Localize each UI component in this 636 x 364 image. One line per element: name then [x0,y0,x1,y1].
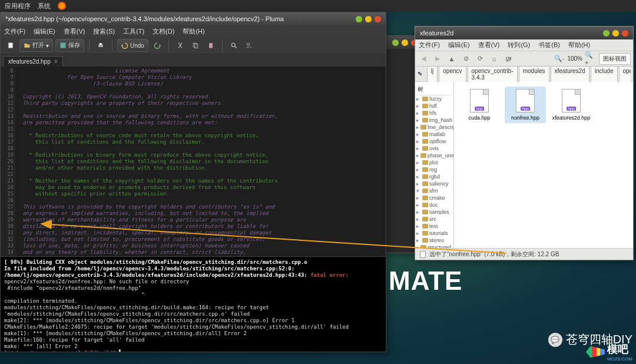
up-icon[interactable]: ▲ [446,53,458,65]
menu-system[interactable]: 系统 [38,2,51,11]
tree-item[interactable]: ▸stereo [416,237,452,244]
sidebar-tree[interactable]: 树 ▸fuzzy▸hdf▸hfs▸img_hash▸line_descripto… [415,82,454,248]
menu-edit[interactable]: 编辑(E) [448,41,470,49]
view-mode-selector[interactable]: 图标视图 [599,53,631,65]
minimize-icon[interactable] [392,39,399,46]
menu-file[interactable]: 文件(F) [419,41,440,49]
terminal[interactable]: [ 98%] Building CXX object modules/stitc… [0,256,386,352]
maximize-icon[interactable] [612,30,619,37]
save-button[interactable]: 保存 [55,39,84,52]
tree-item[interactable]: ▸fuzzy [416,95,452,102]
back-icon[interactable]: ◀ [418,53,429,65]
svg-point-7 [231,43,235,47]
menu-view[interactable]: 查看(V) [478,41,500,49]
tree-item[interactable]: ▸saliency [416,180,452,187]
tree-item[interactable]: ▸tutorials [416,230,452,237]
menu-search[interactable]: 搜索(S) [93,27,115,36]
tree-item[interactable]: ▸phase_unwrapping [416,152,452,159]
maximize-icon[interactable] [402,39,408,46]
file-tab[interactable]: xfeatures2d.hpp × [3,56,63,67]
svg-rect-6 [209,43,213,48]
find-replace-icon[interactable] [243,39,256,52]
parrot-icon [586,346,605,358]
pluma-tabstrip: xfeatures2d.hpp × [1,54,386,67]
find-icon[interactable] [227,39,240,52]
breadcrumb-segment[interactable]: opencv_contrib-3.4.3 [468,66,518,82]
undo-button[interactable]: Undo [117,39,148,52]
zoom-level: 100% [567,55,582,62]
close-icon[interactable] [622,30,628,37]
mate-desktop-label: MATE [389,266,462,296]
svg-rect-10 [420,251,426,257]
brand-watermark: 模吧 MOZ8.COM [586,342,632,362]
path-edit-icon[interactable]: ✎ [418,71,426,77]
pluma-titlebar[interactable]: *xfeatures2d.hpp (~/opencv/opencv_contri… [1,12,386,25]
menu-applications[interactable]: 应用程序 [5,2,31,11]
zoom-in-icon[interactable]: 🔍+ [585,53,597,65]
file-item[interactable]: hppnonfree.hpp [505,87,546,123]
tree-item[interactable]: ▸test [416,223,452,230]
tree-item[interactable]: ▸ovis [416,145,452,152]
tree-item[interactable]: ▸hfs [416,110,452,117]
menu-help[interactable]: 帮助(H) [568,41,590,49]
zoom-out-icon[interactable]: 🔍- [553,53,565,65]
tree-item[interactable]: ▸matlab [416,131,452,138]
minimize-icon[interactable] [603,30,610,37]
tree-item[interactable]: ▸hdf [416,102,452,110]
tree-item[interactable]: ▸rgbd [416,173,452,180]
svg-rect-3 [100,43,102,45]
tree-item[interactable]: ▸doc [416,201,452,209]
forward-icon[interactable]: ▶ [432,53,443,65]
svg-point-9 [247,43,250,46]
firefox-icon[interactable] [58,2,66,10]
caja-menubar: 文件(F) 编辑(E) 查看(V) 转到(G) 书签(B) 帮助(H) [415,39,633,51]
home-icon[interactable]: ⌂ [488,53,500,65]
new-file-icon[interactable] [4,39,17,52]
cut-icon[interactable] [174,39,187,52]
close-icon[interactable] [375,16,381,22]
menu-bookmark[interactable]: 书签(B) [538,41,560,49]
breadcrumb-segment[interactable]: xfeatures2d [551,66,589,82]
tree-item[interactable]: ▸cmake [416,194,452,201]
tree-header: 树 [416,84,452,95]
caja-titlebar[interactable]: xfeatures2d [415,27,633,39]
breadcrumb-segment[interactable]: lj [427,66,438,82]
menu-edit[interactable]: 编辑(E) [34,27,55,36]
svg-line-8 [234,47,236,48]
file-item[interactable]: hppxfeatures2d.hpp [551,87,592,123]
computer-icon[interactable]: 🖳 [502,53,514,65]
minimize-icon[interactable] [356,16,362,22]
breadcrumb-segment[interactable]: opencv2 [619,66,631,82]
menu-go[interactable]: 转到(G) [508,41,530,49]
maximize-icon[interactable] [365,16,372,22]
menu-tools[interactable]: 工具(T) [123,27,144,36]
tree-item[interactable]: ▸samples [416,209,452,216]
breadcrumb-segment[interactable]: opencv [439,66,466,82]
menu-view[interactable]: 查看(V) [64,27,85,36]
tree-item[interactable]: ▸plot [416,159,452,166]
redo-icon[interactable] [151,39,164,52]
stop-icon[interactable]: ⊘ [460,53,472,65]
tree-item[interactable]: ▸img_hash [416,117,452,124]
tree-item[interactable]: ▸line_descriptor [416,124,452,131]
caja-toolbar: ◀ ▶ ▲ ⊘ ⟳ ⌂ 🖳 🔍- 100% 🔍+ 图标视图 [415,51,633,67]
file-icon-view[interactable]: hppcuda.hpphppnonfree.hpphppxfeatures2d.… [454,82,633,248]
tree-item[interactable]: ▸src [416,216,452,223]
reload-icon[interactable]: ⟳ [474,53,486,65]
tree-item[interactable]: ▸optflow [416,138,452,145]
menu-help[interactable]: 帮助(H) [183,27,204,36]
menu-file[interactable]: 文件(F) [4,27,25,36]
tree-item[interactable]: ▸reg [416,166,452,173]
paste-icon[interactable] [204,39,217,52]
print-icon[interactable] [94,39,107,52]
breadcrumb-segment[interactable]: include [591,66,618,82]
copy-icon[interactable] [189,39,202,52]
open-button[interactable]: 打开▾ [19,39,53,52]
menu-docs[interactable]: 文档(D) [153,27,174,36]
system-panel: 应用程序 系统 [0,0,636,12]
tree-item[interactable]: ▸structured_light [416,244,452,248]
file-item[interactable]: hppcuda.hpp [459,87,500,123]
tab-close-icon[interactable]: × [54,58,58,65]
tree-item[interactable]: ▾sfm [416,187,452,194]
breadcrumb-segment[interactable]: modules [519,66,549,82]
